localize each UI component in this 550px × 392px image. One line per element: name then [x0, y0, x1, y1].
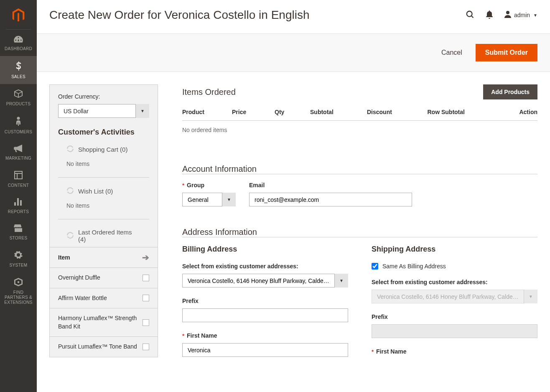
- items-ordered-title: Items Ordered: [182, 87, 236, 97]
- nav-label: DASHBOARD: [5, 46, 32, 51]
- add-products-button[interactable]: Add Products: [483, 84, 537, 99]
- refresh-icon[interactable]: [66, 145, 74, 154]
- box-icon: [14, 89, 23, 100]
- th-row-subtotal: Row Subtotal: [428, 109, 506, 115]
- last-ordered-heading: Last Ordered Items (4): [78, 229, 141, 243]
- svg-line-9: [471, 15, 474, 18]
- nav-label: CUSTOMERS: [5, 130, 32, 135]
- nav-reports[interactable]: REPORTS: [0, 193, 37, 219]
- shipping-address-select: Veronica Costello, 6146 Honey Bluff Park…: [372, 290, 537, 303]
- item-name: Harmony Lumaflex™ Strength Band Kit: [58, 314, 138, 331]
- arrow-right-icon: ➔: [142, 252, 149, 262]
- storefront-icon: [14, 224, 23, 234]
- shipping-prefix-field: [372, 324, 537, 338]
- billing-prefix-field[interactable]: [182, 308, 348, 322]
- gauge-icon: [14, 35, 23, 45]
- svg-rect-4: [14, 202, 16, 206]
- item-name: Affirm Water Bottle: [58, 294, 107, 303]
- th-subtotal: Subtotal: [310, 109, 367, 115]
- item-column-header: Item: [58, 254, 70, 261]
- th-price: Price: [232, 109, 275, 115]
- admin-sidebar: DASHBOARD SALES PRODUCTS CUSTOMERS MARKE…: [0, 0, 37, 379]
- svg-point-7: [18, 281, 20, 283]
- user-icon: [504, 10, 512, 20]
- refresh-icon[interactable]: [66, 187, 74, 196]
- svg-rect-5: [17, 198, 19, 206]
- th-action: Action: [506, 109, 538, 115]
- billing-address-select[interactable]: Veronica Costello, 6146 Honey Bluff Park…: [182, 274, 348, 288]
- last-ordered-item-row: Affirm Water Bottle: [50, 288, 158, 309]
- shipping-address-title: Shipping Address: [372, 245, 537, 254]
- order-currency-label: Order Currency:: [58, 93, 149, 100]
- item-checkbox[interactable]: [143, 295, 149, 301]
- cancel-button[interactable]: Cancel: [436, 46, 467, 60]
- account-info-title: Account Information: [182, 164, 537, 174]
- user-menu[interactable]: admin ▼: [504, 10, 537, 20]
- th-qty: Qty: [275, 109, 310, 115]
- email-field[interactable]: [249, 193, 412, 206]
- svg-point-10: [506, 11, 509, 14]
- action-bar: Cancel Submit Order: [37, 33, 550, 72]
- nav-customers[interactable]: CUSTOMERS: [0, 111, 37, 139]
- required-star: *: [182, 182, 184, 188]
- shopping-cart-heading: Shopping Cart (0): [78, 146, 127, 153]
- nav-marketing[interactable]: MARKETING: [0, 139, 37, 165]
- select-address-label: Select from existing customer addresses:: [372, 279, 488, 285]
- puzzle-icon: [14, 278, 23, 288]
- required-star: *: [182, 333, 184, 339]
- order-currency-select[interactable]: US Dollar: [58, 104, 149, 118]
- nav-label: SYSTEM: [10, 263, 28, 268]
- refresh-icon[interactable]: [66, 232, 74, 240]
- search-icon[interactable]: [466, 10, 475, 20]
- wish-list-heading: Wish List (0): [78, 188, 113, 195]
- page-header: Create New Order for Veronica Costello i…: [37, 0, 550, 33]
- person-icon: [15, 117, 21, 128]
- magento-logo[interactable]: [0, 0, 37, 29]
- nav-label: FIND PARTNERS & EXTENSIONS: [2, 290, 35, 305]
- first-name-label: First Name: [376, 348, 406, 355]
- svg-rect-1: [15, 171, 22, 179]
- nav-sales[interactable]: SALES: [0, 56, 37, 84]
- nav-content[interactable]: CONTENT: [0, 165, 37, 193]
- last-ordered-item-row: Overnight Duffle: [50, 268, 158, 288]
- item-checkbox[interactable]: [143, 319, 149, 326]
- chevron-down-icon: ▼: [533, 13, 537, 18]
- item-name: Pursuit Lumaflex™ Tone Band: [58, 343, 137, 351]
- activities-title: Customer's Activities: [58, 128, 149, 137]
- svg-rect-6: [20, 200, 22, 206]
- order-sidebar-panel: Order Currency: US Dollar ▼ Customer's A…: [49, 84, 158, 357]
- item-checkbox[interactable]: [143, 344, 149, 350]
- user-label: admin: [514, 12, 530, 18]
- item-name: Overnight Duffle: [58, 274, 100, 282]
- nav-system[interactable]: SYSTEM: [0, 245, 37, 272]
- nav-stores[interactable]: STORES: [0, 219, 37, 245]
- nav-partners[interactable]: FIND PARTNERS & EXTENSIONS: [0, 272, 37, 310]
- dollar-icon: [15, 61, 21, 73]
- svg-point-0: [17, 117, 20, 120]
- bar-chart-icon: [14, 198, 23, 208]
- nav-label: REPORTS: [8, 209, 29, 214]
- svg-point-8: [467, 11, 472, 16]
- email-label: Email: [249, 182, 265, 188]
- nav-label: SALES: [11, 74, 25, 79]
- gear-icon: [14, 251, 23, 261]
- group-select[interactable]: General: [182, 193, 236, 206]
- page-title: Create New Order for Veronica Costello i…: [49, 8, 310, 22]
- nav-dashboard[interactable]: DASHBOARD: [0, 30, 37, 56]
- same-as-billing-checkbox[interactable]: [372, 263, 378, 270]
- item-checkbox[interactable]: [143, 275, 149, 281]
- no-ordered-items-text: No ordered items: [182, 121, 537, 139]
- prefix-label: Prefix: [182, 298, 199, 304]
- last-ordered-item-row: Harmony Lumaflex™ Strength Band Kit: [50, 308, 158, 337]
- th-product: Product: [182, 109, 232, 115]
- billing-first-name-field[interactable]: [182, 343, 348, 357]
- no-items-text: No items: [66, 202, 141, 209]
- nav-label: STORES: [10, 236, 28, 241]
- address-info-title: Address Information: [182, 227, 537, 237]
- bell-icon[interactable]: [486, 10, 493, 20]
- submit-order-button[interactable]: Submit Order: [476, 44, 537, 61]
- last-ordered-item-row: Pursuit Lumaflex™ Tone Band: [50, 337, 158, 357]
- billing-address-title: Billing Address: [182, 245, 348, 254]
- nav-label: PRODUCTS: [6, 102, 31, 107]
- nav-products[interactable]: PRODUCTS: [0, 84, 37, 111]
